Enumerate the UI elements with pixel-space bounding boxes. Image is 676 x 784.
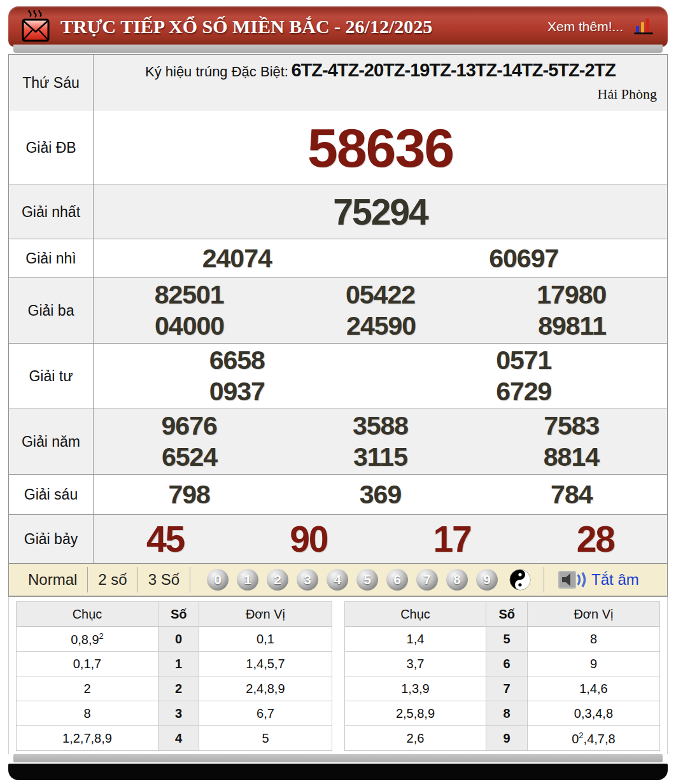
stats-so-cell: 3 <box>158 701 199 726</box>
stats-header-donvi: Đơn Vị <box>199 602 332 627</box>
prize-number: 9676 <box>162 411 217 441</box>
toolbar-separator <box>544 567 544 592</box>
prize-label: Giải ba <box>9 278 94 343</box>
prize-number: 8814 <box>544 442 599 472</box>
prize-number: 58636 <box>307 116 453 179</box>
prize-number: 7583 <box>544 411 599 441</box>
digit-ball-6[interactable]: 6 <box>386 569 408 591</box>
prize-number: 6658 <box>209 346 265 375</box>
digit-ball-4[interactable]: 4 <box>327 569 348 591</box>
prize-numbers: 45901728 <box>94 515 667 563</box>
tab-2-số[interactable]: 2 số <box>88 571 137 589</box>
prize-row-ba: Giải ba825010542217980040002459089811 <box>9 277 667 343</box>
stats-row: 2,6902,4,7,8 <box>344 726 660 751</box>
prize-number: 24074 <box>202 244 272 274</box>
prize-row-db: Giải ĐB58636 <box>9 111 667 185</box>
stats-row: 1,3,971,4,6 <box>344 676 660 701</box>
province-label: Hải Phòng <box>598 86 658 102</box>
envelope-icon <box>21 10 50 43</box>
stats-chuc-cell: 0,1,7 <box>17 652 158 676</box>
stats-donvi-cell: 9 <box>527 652 659 676</box>
prize-number: 6729 <box>496 377 551 407</box>
special-sign-line: Ký hiệu trúng Đặc Biệt: 6TZ-4TZ-20TZ-19T… <box>94 60 667 81</box>
stats-table-right: ChụcSốĐơn Vị1,4583,7691,3,971,4,62,5,8,9… <box>344 601 661 751</box>
prize-label: Giải nhì <box>9 239 94 277</box>
prize-number: 24590 <box>346 311 416 341</box>
prize-number: 89811 <box>538 311 606 341</box>
stats-so-cell: 7 <box>486 676 527 701</box>
stats-chuc-cell: 1,2,7,8,9 <box>17 726 158 751</box>
tab-3-số[interactable]: 3 Số <box>138 571 190 589</box>
stats-chuc-cell: 2,6 <box>344 726 486 751</box>
prize-number: 0571 <box>496 346 551 375</box>
special-sign-code: 6TZ-4TZ-20TZ-19TZ-13TZ-14TZ-5TZ-2TZ <box>291 60 616 80</box>
stats-so-cell: 2 <box>158 676 199 701</box>
stats-header-chuc: Chục <box>344 602 486 627</box>
prize-label: Giải tư <box>9 344 94 409</box>
stats-donvi-cell: 1,4,6 <box>527 676 659 701</box>
banner-shadow-strip <box>13 45 663 53</box>
prize-number: 05422 <box>346 280 415 310</box>
prize-row-nam: Giải năm967635887583652431158814 <box>9 409 667 474</box>
prize-number: 04000 <box>155 311 224 341</box>
prize-number: 60697 <box>489 244 558 274</box>
stats-so-cell: 6 <box>486 652 527 676</box>
see-more-link[interactable]: Xem thêm!... <box>547 19 623 34</box>
tab-normal[interactable]: Normal <box>18 571 87 589</box>
digit-ball-1[interactable]: 1 <box>237 569 258 591</box>
prize-label: Giải sáu <box>9 475 94 514</box>
prize-label: Giải bảy <box>9 515 94 563</box>
prize-row-bay: Giải bảy45901728 <box>9 514 667 563</box>
digit-ball-0[interactable]: 0 <box>207 569 229 591</box>
playback-toolbar: Normal2 số3 Số 0123456789 Tắt âm <box>8 564 668 597</box>
prize-number: 45 <box>146 518 184 560</box>
digit-ball-5[interactable]: 5 <box>356 569 378 591</box>
prize-number: 369 <box>360 480 401 510</box>
draw-day-label: Thứ Sáu <box>9 55 94 111</box>
yin-yang-icon[interactable] <box>509 569 531 591</box>
prize-numbers: 58636 <box>94 111 667 185</box>
prize-number: 0937 <box>209 377 265 407</box>
bar-chart-icon[interactable] <box>633 16 655 38</box>
stats-donvi-cell: 1,4,5,7 <box>199 652 332 676</box>
digit-balls: 0123456789 <box>207 569 498 591</box>
lottery-page: TRỰC TIẾP XỔ SỐ MIỀN BẮC - 26/12/2025 Xe… <box>0 0 676 780</box>
stats-so-cell: 0 <box>158 627 199 652</box>
digit-ball-2[interactable]: 2 <box>267 569 288 591</box>
prize-number: 90 <box>290 518 327 560</box>
stats-so-cell: 5 <box>486 627 527 652</box>
stats-so-cell: 1 <box>158 652 199 676</box>
stats-so-cell: 9 <box>486 726 527 751</box>
prize-table-body: Giải ĐB58636Giải nhất75294Giải nhì240746… <box>9 111 667 563</box>
stats-donvi-cell: 6,7 <box>199 701 332 726</box>
stats-chuc-cell: 1,4 <box>344 627 486 652</box>
page-title: TRỰC TIẾP XỔ SỐ MIỀN BẮC - 26/12/2025 <box>60 16 432 38</box>
footer-bar <box>8 764 668 780</box>
prize-number: 784 <box>551 480 592 510</box>
stats-row: 1,458 <box>344 627 660 652</box>
stats-header-so: Số <box>486 602 527 627</box>
prize-table: Thứ Sáu Ký hiệu trúng Đặc Biệt: 6TZ-4TZ-… <box>8 54 668 564</box>
digit-ball-3[interactable]: 3 <box>297 569 318 591</box>
prize-label: Giải năm <box>9 409 94 474</box>
prize-row-sau: Giải sáu798369784 <box>9 474 667 514</box>
stats-donvi-cell: 0,1 <box>199 627 332 652</box>
prize-number: 28 <box>577 518 614 560</box>
stats-donvi-cell: 0,3,4,8 <box>527 701 659 726</box>
prize-label: Giải ĐB <box>9 111 94 185</box>
mute-button[interactable]: Tắt âm <box>558 570 639 590</box>
stats-header-so: Số <box>158 602 199 627</box>
prize-row-tu: Giải tư6658057109376729 <box>9 343 667 409</box>
stats-chuc-cell: 1,3,9 <box>344 676 486 701</box>
stats-section: ChụcSốĐơn Vị0,8,9200,10,1,711,4,5,7222,4… <box>8 597 668 754</box>
prize-number: 798 <box>168 480 209 510</box>
prize-numbers: 967635887583652431158814 <box>94 409 667 474</box>
prize-row-nhi: Giải nhì2407460697 <box>9 239 667 277</box>
prize-row-nhat: Giải nhất75294 <box>9 185 667 239</box>
prize-number: 82501 <box>155 280 224 310</box>
digit-ball-7[interactable]: 7 <box>416 569 438 591</box>
stats-row: 0,1,711,4,5,7 <box>17 652 332 676</box>
digit-ball-9[interactable]: 9 <box>476 569 498 591</box>
prize-number: 17980 <box>537 280 606 310</box>
digit-ball-8[interactable]: 8 <box>446 569 468 591</box>
